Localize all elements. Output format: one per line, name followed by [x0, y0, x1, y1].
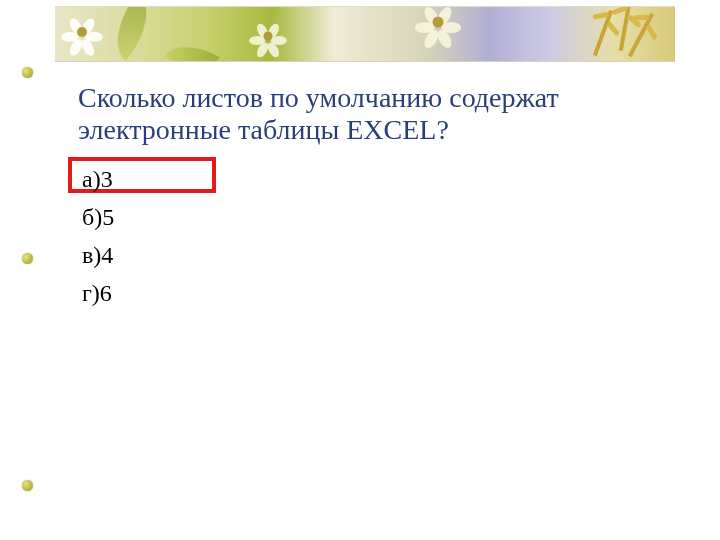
bullet-icon — [22, 253, 33, 264]
answer-option-c: в)4 — [78, 239, 114, 277]
slide: Сколько листов по умолчанию содержат эле… — [0, 0, 720, 540]
answer-option-d: г)6 — [78, 277, 114, 315]
bullet-icon — [22, 480, 33, 491]
answer-option-b: б)5 — [78, 201, 114, 239]
answer-list: а)3 б)5 в)4 г)6 — [78, 163, 114, 315]
answer-option-a: а)3 — [78, 163, 114, 201]
decorative-banner — [55, 6, 675, 62]
bullet-icon — [22, 67, 33, 78]
question-title: Сколько листов по умолчанию содержат эле… — [78, 82, 668, 146]
